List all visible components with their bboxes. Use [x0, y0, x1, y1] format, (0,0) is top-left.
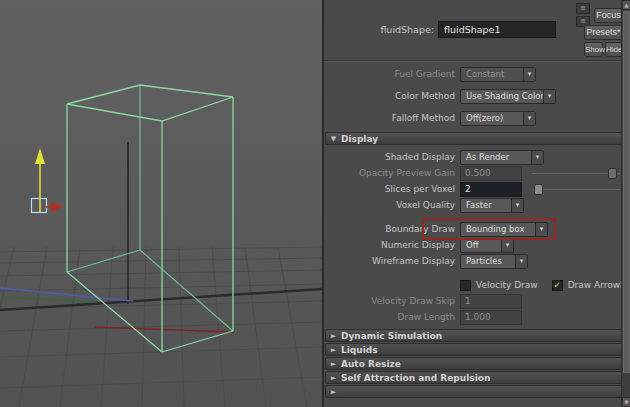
- viewport-3d[interactable]: [0, 0, 322, 407]
- velocity-draw-checkbox[interactable]: [460, 280, 471, 291]
- attribute-list: Fuel Gradient Constant ▾ Color Method Us…: [324, 62, 623, 407]
- attr-label: Opacity Preview Gain: [324, 168, 460, 178]
- attr-row-boundary-draw: Boundary Draw Bounding box ▾: [324, 221, 623, 237]
- attr-label: Shaded Display: [324, 152, 460, 162]
- attr-row-falloff-method: Falloff Method Off(zero) ▾: [324, 110, 623, 126]
- chevron-down-icon: ▾: [501, 239, 513, 252]
- attr-label: Falloff Method: [324, 113, 460, 123]
- velocity-draw-skip-field: [460, 294, 522, 309]
- maya-window: fluidShape: ≡ ≡ Focus Presets* Show Hide…: [0, 0, 630, 407]
- attr-label: Wireframe Display: [324, 256, 460, 266]
- draw-arrowhead-label: Draw Arrowhead: [568, 280, 623, 290]
- section-liquids[interactable]: ► Liquids: [325, 343, 622, 356]
- triangle-right-icon: ►: [326, 374, 341, 382]
- attr-row-voxel-quality: Voxel Quality Faster ▾: [324, 197, 623, 213]
- notes-icon[interactable]: ≡: [576, 3, 590, 14]
- viewport-canvas: [0, 0, 322, 407]
- chevron-down-icon: ▾: [523, 68, 535, 81]
- draw-length-field: [460, 310, 522, 325]
- attr-label: Boundary Draw: [324, 224, 460, 234]
- attr-row-fuel-gradient: Fuel Gradient Constant ▾: [324, 66, 623, 82]
- section-self-attraction[interactable]: ► Self Attraction and Repulsion: [325, 371, 622, 384]
- falloff-method-dropdown[interactable]: Off(zero) ▾: [460, 111, 536, 126]
- attr-label: Fuel Gradient: [324, 69, 460, 79]
- scrollbar-thumb[interactable]: [623, 11, 630, 373]
- opacity-preview-gain-slider: [532, 166, 620, 181]
- color-method-dropdown[interactable]: Use Shading Color ▾: [460, 89, 556, 104]
- fuel-gradient-dropdown[interactable]: Constant ▾: [460, 67, 536, 82]
- attr-label: Slices per Voxel: [324, 184, 460, 194]
- shape-type-label: fluidShape:: [332, 24, 434, 35]
- scroll-up-icon[interactable]: ▲: [622, 0, 630, 10]
- triangle-right-icon: ►: [326, 360, 341, 368]
- boundary-draw-dropdown[interactable]: Bounding box ▾: [460, 222, 548, 237]
- viewport-background: [0, 0, 322, 407]
- velocity-draw-label: Velocity Draw: [476, 280, 538, 290]
- attr-row-velocity-draw: Velocity Draw ✔ Draw Arrowhead: [324, 277, 623, 293]
- slices-per-voxel-field[interactable]: [460, 182, 522, 197]
- attribute-editor-panel: fluidShape: ≡ ≡ Focus Presets* Show Hide…: [322, 0, 630, 407]
- check-icon: ✔: [554, 281, 561, 290]
- focus-button[interactable]: Focus: [594, 8, 623, 23]
- attr-row-wireframe-display: Wireframe Display Particles ▾: [324, 253, 623, 269]
- slider-handle: [608, 168, 617, 179]
- chevron-down-icon: ▾: [543, 90, 555, 103]
- triangle-down-icon: ▼: [326, 135, 341, 143]
- slider-handle[interactable]: [534, 184, 543, 195]
- section-dynamic-simulation[interactable]: ► Dynamic Simulation: [325, 329, 622, 342]
- attr-row-shaded-display: Shaded Display As Render ▾: [324, 149, 623, 165]
- slices-per-voxel-slider[interactable]: [532, 182, 620, 197]
- attr-label: Draw Length: [324, 312, 460, 322]
- attr-label: Voxel Quality: [324, 200, 460, 210]
- show-button[interactable]: Show: [584, 42, 603, 57]
- draw-arrowhead-checkbox[interactable]: ✔: [552, 280, 563, 291]
- section-auto-resize[interactable]: ► Auto Resize: [325, 357, 622, 370]
- chevron-down-icon: ▾: [531, 151, 543, 164]
- attr-row-slices-per-voxel: Slices per Voxel: [324, 181, 623, 197]
- attr-row-numeric-display: Numeric Display Off ▾: [324, 237, 623, 253]
- section-partial[interactable]: ►: [325, 385, 622, 398]
- numeric-display-dropdown[interactable]: Off ▾: [460, 238, 514, 253]
- attr-row-opacity-preview-gain: Opacity Preview Gain: [324, 165, 623, 181]
- shaded-display-dropdown[interactable]: As Render ▾: [460, 150, 544, 165]
- triangle-right-icon: ►: [326, 346, 341, 354]
- attr-row-draw-length: Draw Length: [324, 309, 623, 325]
- attr-label: Numeric Display: [324, 240, 460, 250]
- slider-track: [532, 173, 620, 174]
- chevron-down-icon: ▾: [515, 255, 527, 268]
- scroll-down-icon[interactable]: ▼: [622, 397, 630, 407]
- triangle-right-icon: ►: [326, 332, 341, 340]
- triangle-right-icon: ►: [326, 388, 341, 396]
- opacity-preview-gain-field: [460, 166, 522, 181]
- scrollbar[interactable]: ▲ ▼: [621, 0, 630, 407]
- chevron-down-icon: ▾: [511, 199, 523, 212]
- chevron-down-icon: ▾: [535, 223, 547, 236]
- attr-row-color-method: Color Method Use Shading Color ▾: [324, 88, 623, 104]
- voxel-quality-dropdown[interactable]: Faster ▾: [460, 198, 524, 213]
- shape-name-input[interactable]: [438, 21, 556, 38]
- presets-button[interactable]: Presets*: [584, 25, 623, 40]
- slider-track: [532, 189, 620, 190]
- attr-label: Color Method: [324, 91, 460, 101]
- attribute-editor-header: fluidShape: ≡ ≡ Focus Presets* Show Hide: [324, 0, 623, 62]
- attr-row-velocity-draw-skip: Velocity Draw Skip: [324, 293, 623, 309]
- wireframe-display-dropdown[interactable]: Particles ▾: [460, 254, 528, 269]
- section-display[interactable]: ▼ Display: [325, 132, 622, 145]
- chevron-down-icon: ▾: [523, 112, 535, 125]
- attr-label: Velocity Draw Skip: [324, 296, 460, 306]
